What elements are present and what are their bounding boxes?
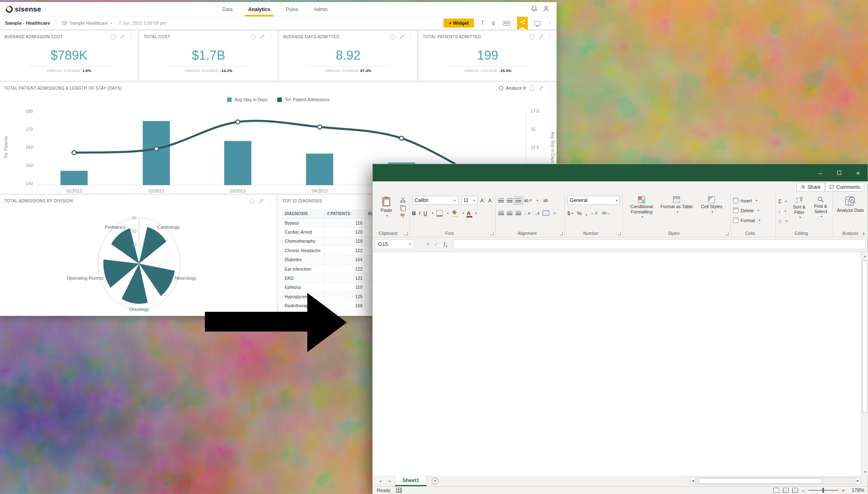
widget-edit-pencil-icon[interactable] — [399, 34, 404, 39]
font-color-dropdown[interactable]: ▾ — [475, 211, 477, 215]
delete-cells-button[interactable]: Delete▾ — [733, 206, 759, 215]
add-widget-button[interactable]: + Widget — [443, 19, 474, 28]
widget-info-icon[interactable]: i — [251, 34, 256, 39]
analyze-data-button[interactable]: Analyze Data — [836, 195, 865, 213]
borders-button[interactable] — [436, 210, 443, 216]
cancel-entry-icon[interactable]: × — [426, 241, 429, 247]
borders-dropdown[interactable]: ▾ — [447, 211, 449, 215]
widget-menu-kebab-icon[interactable]: ⋮ — [408, 34, 413, 39]
legend-item-2[interactable]: Tot. Patient Admissions — [277, 97, 330, 102]
middle-align-button[interactable] — [507, 198, 513, 203]
text-widget-icon[interactable]: T — [480, 20, 484, 26]
clear-button[interactable]: ◇▾ — [778, 217, 787, 225]
vertical-scrollbar[interactable]: ▲ ▼ — [861, 252, 868, 475]
fill-color-dropdown[interactable]: ▾ — [462, 211, 464, 215]
alignment-dialog-launcher[interactable] — [559, 232, 563, 235]
insert-function-icon[interactable]: fx — [444, 241, 447, 248]
percent-style-button[interactable]: % — [577, 210, 582, 216]
comments-button[interactable]: Comments — [825, 183, 864, 192]
widget-menu-kebab-icon[interactable]: ⋮ — [267, 198, 272, 204]
widget-menu-kebab-icon[interactable]: ⋮ — [548, 85, 552, 91]
zoom-slider-thumb[interactable] — [822, 488, 824, 493]
scroll-up-icon[interactable]: ▲ — [861, 252, 868, 260]
zoom-in-icon[interactable]: + — [842, 487, 845, 494]
restyle-brush-icon[interactable] — [491, 20, 496, 26]
shrink-font-button[interactable]: Aˇ — [488, 197, 493, 204]
analyze-it-button[interactable]: Analyze It — [498, 85, 526, 91]
display-mode-icon[interactable] — [534, 21, 541, 26]
macro-record-icon[interactable] — [396, 488, 402, 493]
italic-button[interactable]: I — [419, 210, 420, 216]
widget-edit-pencil-icon[interactable] — [120, 34, 125, 39]
nav-tab-admin[interactable]: Admin — [314, 2, 328, 16]
widget-info-icon[interactable]: i — [529, 86, 535, 91]
user-profile-icon[interactable] — [543, 5, 549, 14]
scroll-down-icon[interactable]: ▼ — [861, 468, 868, 475]
hscroll-left-icon[interactable]: ◀ — [690, 477, 696, 485]
widget-info-icon[interactable]: i — [249, 198, 255, 204]
formula-input[interactable] — [453, 239, 866, 249]
hscroll-splitter[interactable]: ⋮ — [684, 479, 688, 483]
widget-info-icon[interactable]: i — [390, 34, 395, 39]
fill-button[interactable]: ↓▾ — [778, 207, 787, 216]
comma-style-button[interactable]: , — [585, 210, 587, 216]
font-size-select[interactable]: 11▾ — [461, 196, 478, 205]
nav-tab-data[interactable]: Data — [222, 2, 232, 16]
merge-center-button[interactable]: ↔ — [543, 211, 549, 216]
increase-indent-button[interactable]: →≡ — [533, 211, 540, 216]
name-box[interactable]: G15▾ — [375, 239, 414, 249]
underline-button[interactable]: U — [423, 210, 427, 216]
horizontal-scroll-thumb[interactable] — [699, 478, 822, 484]
align-left-button[interactable] — [498, 211, 504, 216]
bottom-align-button[interactable] — [515, 198, 521, 203]
wrap-text-button[interactable]: ab — [543, 198, 548, 203]
fill-color-button[interactable] — [452, 211, 458, 216]
grow-font-button[interactable]: A^ — [480, 197, 485, 204]
hscroll-right-icon[interactable]: ▶ — [855, 477, 861, 485]
zoom-level[interactable]: 178% — [849, 487, 864, 493]
format-as-table-button[interactable]: Format as Table▾ — [660, 195, 693, 214]
align-right-button[interactable] — [515, 211, 521, 216]
nav-tab-pulse[interactable]: Pulse — [286, 2, 298, 16]
number-dialog-launcher[interactable] — [617, 232, 621, 235]
notifications-bell-icon[interactable] — [531, 5, 537, 14]
decrease-decimal-button[interactable]: .00→ — [601, 211, 610, 215]
vertical-scroll-thumb[interactable] — [862, 260, 868, 413]
minimize-button[interactable]: – — [811, 164, 830, 181]
styles-dialog-launcher[interactable] — [725, 232, 729, 235]
maximize-button[interactable] — [830, 164, 849, 181]
sheet-nav-right-icon[interactable]: ▸ — [385, 478, 395, 484]
sort-filter-button[interactable]: AZ Sort & Filter▾ — [790, 195, 809, 219]
number-format-select[interactable]: General▾ — [567, 196, 620, 205]
horizontal-scrollbar[interactable]: ⋮ ◀ ▶ — [684, 477, 861, 485]
export-pdf-icon[interactable]: PDF — [503, 21, 511, 26]
close-button[interactable]: × — [849, 164, 868, 181]
font-dialog-launcher[interactable] — [490, 232, 494, 235]
widget-info-icon[interactable]: i — [111, 34, 116, 39]
accounting-format-button[interactable]: $ — [567, 210, 570, 216]
datasource-selector[interactable]: Sample Healthcare ▾ — [62, 21, 112, 26]
font-color-button[interactable]: A — [467, 210, 471, 216]
zoom-slider[interactable] — [808, 490, 838, 491]
insert-cells-button[interactable]: Insert▾ — [733, 196, 757, 205]
new-sheet-button[interactable]: + — [432, 478, 439, 485]
autosum-button[interactable]: Σ▾ — [778, 197, 787, 206]
sisense-logo[interactable]: sisense — [6, 5, 41, 14]
share-button[interactable]: Share — [796, 183, 825, 192]
widget-edit-pencil-icon[interactable] — [258, 198, 264, 204]
decrease-indent-button[interactable]: ←≡ — [524, 211, 531, 216]
clipboard-dialog-launcher[interactable] — [404, 232, 408, 235]
bold-button[interactable]: B — [412, 210, 416, 216]
page-break-view-icon[interactable] — [792, 488, 798, 493]
top10-col-diagnosis[interactable]: DIAGNOSIS — [281, 209, 325, 218]
share-icon-active-flag[interactable] — [517, 17, 528, 30]
increase-decimal-button[interactable]: ←.0 — [591, 211, 598, 215]
sheet-nav-left-icon[interactable]: ◂ — [375, 478, 385, 484]
format-painter-icon[interactable] — [400, 213, 406, 219]
collapse-ribbon-chevron-icon[interactable]: ∧ — [862, 231, 865, 236]
copy-icon[interactable] — [400, 205, 406, 211]
rose-sector-cardiology[interactable] — [139, 227, 166, 264]
paste-button[interactable]: Paste▾ — [375, 195, 397, 218]
sheet-tab-sheet1[interactable]: Sheet1 — [395, 475, 427, 486]
widget-edit-pencil-icon[interactable] — [260, 34, 265, 39]
